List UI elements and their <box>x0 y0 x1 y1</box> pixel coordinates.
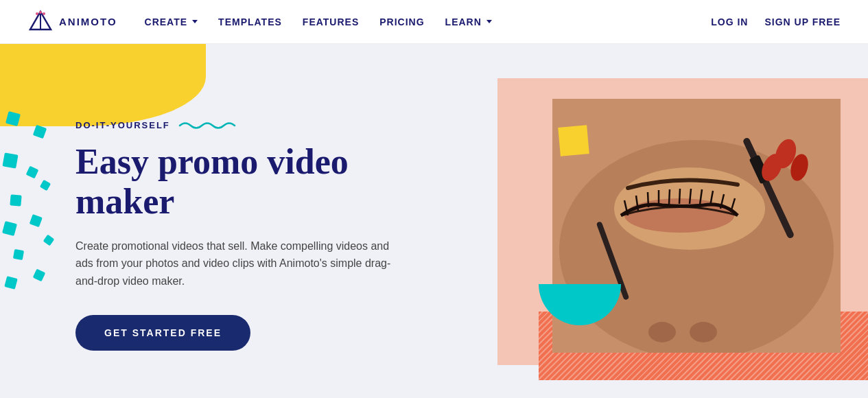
learn-chevron-icon <box>486 20 492 23</box>
svg-rect-11 <box>2 221 17 236</box>
hero-section: DO-IT-YOURSELF Easy promo video maker Cr… <box>0 44 868 398</box>
hero-image-area <box>497 78 868 380</box>
logo[interactable]: ANIMOTO <box>27 9 117 35</box>
squiggle-decoration <box>178 119 240 131</box>
svg-rect-14 <box>43 235 55 246</box>
nav-features[interactable]: FEATURES <box>303 16 359 27</box>
nav-learn[interactable]: LEARN <box>445 16 492 27</box>
svg-rect-6 <box>33 125 47 139</box>
navbar: ANIMOTO CREATE TEMPLATES FEATURES PRICIN… <box>0 0 868 44</box>
svg-point-37 <box>648 322 676 342</box>
svg-line-23 <box>648 192 648 207</box>
nav-links: CREATE TEMPLATES FEATURES PRICING LEARN <box>145 16 712 27</box>
yellow-square-decoration <box>558 125 589 156</box>
hero-title: Easy promo video maker <box>75 142 391 220</box>
svg-rect-13 <box>13 249 24 260</box>
nav-templates[interactable]: TEMPLATES <box>218 16 282 27</box>
animoto-logo-icon <box>27 9 54 35</box>
login-link[interactable]: LOG IN <box>711 16 748 27</box>
svg-point-3 <box>39 11 42 14</box>
svg-point-4 <box>43 12 45 15</box>
hero-description: Create promotional videos that sell. Mak… <box>75 237 391 290</box>
nav-create[interactable]: CREATE <box>145 16 198 27</box>
svg-point-38 <box>690 322 717 342</box>
signup-link[interactable]: SIGN UP FREE <box>764 16 841 27</box>
svg-rect-12 <box>30 214 43 227</box>
svg-rect-15 <box>4 276 18 290</box>
nav-auth: LOG IN SIGN UP FREE <box>711 16 841 27</box>
svg-rect-7 <box>2 152 18 168</box>
svg-rect-16 <box>33 269 46 282</box>
svg-rect-8 <box>26 166 39 179</box>
svg-rect-5 <box>5 111 21 126</box>
svg-rect-9 <box>10 194 21 206</box>
hero-content: DO-IT-YOURSELF Easy promo video maker Cr… <box>75 91 391 350</box>
diy-label: DO-IT-YOURSELF <box>75 119 391 131</box>
diy-text: DO-IT-YOURSELF <box>75 120 170 130</box>
logo-text: ANIMOTO <box>59 16 117 27</box>
create-chevron-icon <box>192 20 198 23</box>
svg-point-2 <box>36 12 38 15</box>
nav-pricing[interactable]: PRICING <box>379 16 424 27</box>
svg-line-25 <box>669 189 670 204</box>
svg-rect-10 <box>40 180 51 191</box>
get-started-button[interactable]: GET STARTED FREE <box>75 315 250 351</box>
svg-line-26 <box>679 189 680 204</box>
teal-squares-decoration <box>0 106 69 325</box>
